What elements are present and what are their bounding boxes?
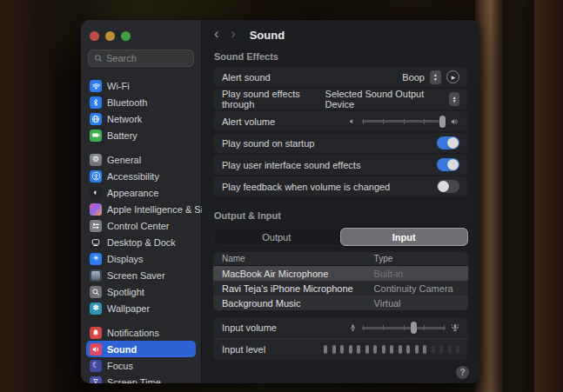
back-button[interactable]: ‹ bbox=[214, 27, 218, 41]
wallpaper-tree bbox=[534, 0, 563, 392]
alert-volume-slider[interactable] bbox=[362, 116, 446, 128]
sidebar-item-label: Battery bbox=[107, 130, 137, 141]
sidebar-item-desktop-dock[interactable]: Desktop & Dock bbox=[86, 234, 196, 250]
hourglass-icon bbox=[90, 376, 102, 384]
moon-icon: ☾ bbox=[90, 360, 102, 372]
sidebar-item-accessibility[interactable]: Accessibility bbox=[86, 168, 196, 184]
sidebar-item-focus[interactable]: ☾ Focus bbox=[86, 357, 196, 374]
play-sample-button[interactable]: ▶ bbox=[446, 70, 459, 83]
desktop: Search Wi-Fi Bluetooth Network Battery bbox=[0, 0, 563, 392]
sidebar-item-wifi[interactable]: Wi-Fi bbox=[86, 77, 196, 94]
sidebar-item-bluetooth[interactable]: Bluetooth bbox=[86, 94, 196, 110]
sidebar-item-label: Wi-Fi bbox=[107, 81, 130, 91]
alert-volume-label: Alert volume bbox=[222, 116, 275, 127]
sun-icon: ☀ bbox=[90, 253, 102, 265]
magnifier-icon bbox=[90, 286, 102, 298]
content-body: Sound Effects Alert sound Boop ▴▾ ▶ Play… bbox=[202, 50, 479, 383]
table-row[interactable]: Background Music Virtual bbox=[213, 296, 468, 310]
input-settings-card: Input volume Input level bbox=[213, 317, 468, 360]
help-button[interactable]: ? bbox=[456, 366, 469, 379]
page-title: Sound bbox=[250, 29, 285, 42]
sidebar-item-general[interactable]: ⚙ General bbox=[86, 151, 196, 168]
sidebar-item-spotlight[interactable]: Spotlight bbox=[86, 283, 196, 300]
sidebar-item-notifications[interactable]: Notifications bbox=[86, 324, 196, 341]
sidebar-item-label: Control Center bbox=[107, 221, 170, 231]
alert-sound-stepper[interactable]: ▴▾ bbox=[430, 70, 441, 84]
sound-effects-group: Alert sound Boop ▴▾ ▶ Play sound effects… bbox=[213, 67, 468, 196]
window-controls bbox=[81, 27, 201, 50]
siri-icon bbox=[90, 203, 102, 216]
battery-icon bbox=[90, 130, 102, 142]
sidebar-item-screen-saver[interactable]: Screen Saver bbox=[86, 267, 196, 283]
content-header: ‹ › Sound bbox=[202, 20, 479, 50]
search-icon bbox=[94, 54, 103, 63]
wallpaper-tree bbox=[0, 0, 50, 392]
sidebar-item-apple-intelligence-siri[interactable]: Apple Intelligence & Siri bbox=[86, 201, 196, 217]
sidebar-item-label: Screen Saver bbox=[107, 270, 165, 281]
zoom-button[interactable] bbox=[121, 31, 131, 41]
play-through-label: Play sound effects through bbox=[222, 89, 325, 110]
sidebar-item-battery[interactable]: Battery bbox=[86, 127, 196, 143]
startup-sound-row: Play sound on startup bbox=[213, 133, 468, 153]
volume-feedback-toggle[interactable] bbox=[437, 180, 459, 193]
gear-icon: ⚙ bbox=[90, 154, 102, 166]
sidebar-item-label: Wallpaper bbox=[107, 303, 150, 314]
sidebar-item-label: Spotlight bbox=[107, 287, 144, 297]
minimize-button[interactable] bbox=[105, 31, 115, 41]
output-input-segmented-control: Output Input bbox=[213, 228, 468, 246]
input-volume-knob[interactable] bbox=[411, 322, 417, 334]
speaker-high-icon bbox=[451, 117, 459, 126]
alert-volume-knob[interactable] bbox=[439, 116, 446, 128]
sidebar-item-label: Appearance bbox=[107, 188, 158, 198]
sidebar-item-label: Accessibility bbox=[107, 171, 159, 182]
volume-feedback-row: Play feedback when volume is changed bbox=[213, 176, 468, 196]
bell-icon bbox=[90, 327, 102, 339]
globe-icon bbox=[90, 113, 102, 125]
tab-output[interactable]: Output bbox=[213, 228, 340, 246]
search-placeholder: Search bbox=[106, 53, 137, 63]
device-name: Ravi Teja’s iPhone Microphone bbox=[213, 283, 374, 294]
startup-sound-label: Play sound on startup bbox=[222, 138, 314, 149]
mic-loud-icon bbox=[451, 323, 459, 332]
sidebar-item-network[interactable]: Network bbox=[86, 110, 196, 127]
control-center-icon bbox=[90, 220, 102, 232]
play-through-dropdown[interactable]: ▴▾ bbox=[449, 92, 459, 106]
table-row[interactable]: Ravi Teja’s iPhone Microphone Continuity… bbox=[213, 281, 468, 296]
alert-sound-row: Alert sound Boop ▴▾ ▶ bbox=[213, 67, 468, 87]
sidebar-item-label: General bbox=[107, 155, 141, 165]
section-heading-output-input: Output & Input bbox=[214, 210, 468, 221]
system-settings-window: Search Wi-Fi Bluetooth Network Battery bbox=[81, 20, 479, 383]
appearance-icon: ◐ bbox=[90, 187, 102, 199]
sidebar-item-appearance[interactable]: ◐ Appearance bbox=[86, 184, 196, 201]
ui-sound-effects-toggle[interactable] bbox=[437, 158, 459, 171]
input-level-row: Input level bbox=[213, 338, 468, 360]
search-input[interactable]: Search bbox=[88, 50, 194, 67]
close-button[interactable] bbox=[90, 31, 99, 41]
device-type: Virtual bbox=[374, 298, 468, 309]
input-level-meter bbox=[324, 345, 459, 354]
sidebar-item-label: Displays bbox=[107, 254, 144, 264]
alert-volume-row: Alert volume bbox=[213, 111, 468, 131]
sound-settings-pane: ‹ › Sound Sound Effects Alert sound Boop… bbox=[202, 20, 479, 383]
alert-sound-value: Boop bbox=[402, 72, 425, 83]
sidebar-item-screen-time[interactable]: Screen Time bbox=[86, 374, 196, 383]
flower-icon: ✽ bbox=[90, 302, 102, 315]
mic-icon bbox=[349, 323, 357, 332]
sidebar-item-displays[interactable]: ☀ Displays bbox=[86, 250, 196, 267]
sidebar-item-wallpaper[interactable]: ✽ Wallpaper bbox=[86, 300, 196, 316]
volume-feedback-label: Play feedback when volume is changed bbox=[222, 182, 390, 192]
tab-input[interactable]: Input bbox=[340, 228, 469, 246]
alert-sound-label: Alert sound bbox=[222, 72, 271, 83]
device-type: Continuity Camera bbox=[374, 283, 468, 294]
table-row[interactable]: MacBook Air Microphone Built-in bbox=[213, 266, 468, 281]
bluetooth-icon bbox=[90, 96, 102, 109]
section-heading-sound-effects: Sound Effects bbox=[214, 51, 468, 62]
sidebar-item-sound[interactable]: Sound bbox=[86, 341, 196, 357]
sidebar-item-control-center[interactable]: Control Center bbox=[86, 217, 196, 234]
accessibility-icon bbox=[90, 170, 102, 183]
forward-button[interactable]: › bbox=[231, 27, 235, 41]
startup-sound-toggle[interactable] bbox=[437, 136, 459, 149]
device-name: MacBook Air Microphone bbox=[213, 269, 374, 279]
input-volume-slider[interactable] bbox=[362, 322, 446, 334]
sidebar-item-label: Bluetooth bbox=[107, 97, 147, 108]
